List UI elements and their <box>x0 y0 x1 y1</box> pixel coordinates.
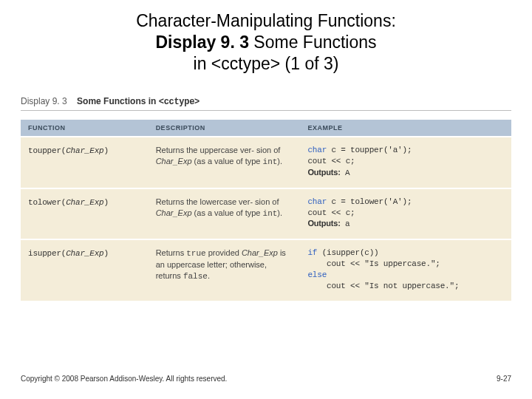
desc-arg: Char_Exp <box>156 157 192 166</box>
functions-table: FUNCTION DESCRIPTION EXAMPLE toupper(Cha… <box>21 120 511 300</box>
cell-example: if (isupper(c)) cout << "Is uppercase.";… <box>300 239 511 300</box>
title-line-2-rest: Some Functions <box>249 33 377 52</box>
fn-arg: Char_Exp <box>66 249 103 258</box>
page-number: 9-27 <box>497 375 511 383</box>
desc-arg: Char_Exp <box>242 248 278 257</box>
output-label: Outputs: <box>307 219 340 228</box>
table-row: isupper(Char_Exp) Returns true provided … <box>21 239 511 300</box>
caption-prefix: Display 9. 3 <box>21 96 67 106</box>
cell-function: tolower(Char_Exp) <box>21 188 149 240</box>
code-text: cout << c; <box>307 157 355 166</box>
fn-arg: Char_Exp <box>66 198 103 207</box>
cell-example: char c = tolower('A'); cout << c; Output… <box>300 188 511 240</box>
desc-text: provided <box>206 248 242 257</box>
cell-description: Returns true provided Char_Exp is an upp… <box>149 239 301 300</box>
output-value: A <box>341 168 350 177</box>
desc-text: Returns the uppercase ver- sion of <box>156 146 281 154</box>
desc-text: (as a value of type <box>192 157 263 166</box>
kw-else: else <box>307 270 327 279</box>
caption-rule <box>21 110 511 111</box>
caption-mid: Some Functions in <box>77 96 156 106</box>
desc-kw: int <box>263 209 278 218</box>
slide: Character-Manipulating Functions: Displa… <box>0 0 532 399</box>
kw-char: char <box>307 197 327 206</box>
footer: Copyright © 2008 Pearson Addison-Wesley.… <box>21 375 511 383</box>
title-line-2-bold: Display 9. 3 <box>155 33 249 52</box>
output-value: a <box>341 219 350 228</box>
fn-name: isupper <box>28 249 61 258</box>
code-text: c = tolower('A'); <box>327 197 412 206</box>
kw-if: if <box>307 248 317 257</box>
copyright-text: Copyright © 2008 Pearson Addison-Wesley.… <box>21 375 227 383</box>
title-line-2: Display 9. 3 Some Functions <box>21 32 511 53</box>
table-header-row: FUNCTION DESCRIPTION EXAMPLE <box>21 120 511 137</box>
kw-char: char <box>307 146 327 154</box>
cell-description: Returns the lowercase ver- sion of Char_… <box>149 188 301 240</box>
table-row: toupper(Char_Exp) Returns the uppercase … <box>21 137 511 188</box>
desc-text: Returns <box>156 248 187 257</box>
fn-name: tolower <box>28 198 61 207</box>
fn-arg: Char_Exp <box>66 146 103 155</box>
cell-function: isupper(Char_Exp) <box>21 239 149 300</box>
table-row: tolower(Char_Exp) Returns the lowercase … <box>21 188 511 240</box>
desc-kw: int <box>263 157 278 166</box>
desc-arg: Char_Exp <box>156 208 192 217</box>
display-caption: Display 9. 3 Some Functions in <cctype> <box>21 96 511 107</box>
code-text: cout << c; <box>307 208 355 217</box>
cell-description: Returns the uppercase ver- sion of Char_… <box>149 137 301 188</box>
cell-example: char c = toupper('a'); cout << c; Output… <box>300 137 511 188</box>
desc-kw: true <box>186 249 205 258</box>
desc-kw: false <box>183 272 208 281</box>
desc-text: ). <box>277 157 282 166</box>
title-line-1: Character-Manipulating Functions: <box>21 10 511 32</box>
caption-code: <cctype> <box>159 97 200 107</box>
th-description: DESCRIPTION <box>149 120 301 137</box>
slide-title: Character-Manipulating Functions: Displa… <box>21 10 511 74</box>
output-label: Outputs: <box>307 168 340 177</box>
code-text: c = toupper('a'); <box>327 146 412 154</box>
desc-text: ). <box>277 208 282 217</box>
desc-text: Returns the lowercase ver- sion of <box>156 197 279 206</box>
th-function: FUNCTION <box>21 120 149 137</box>
cell-function: toupper(Char_Exp) <box>21 137 149 188</box>
desc-text: . <box>208 271 210 280</box>
code-text: (isupper(c)) <box>317 248 378 257</box>
desc-text: (as a value of type <box>192 208 263 217</box>
th-example: EXAMPLE <box>300 120 511 137</box>
title-line-3: in <cctype> (1 of 3) <box>21 53 511 75</box>
fn-name: toupper <box>28 146 61 155</box>
code-text: cout << "Is not uppercase."; <box>307 282 459 290</box>
code-text: cout << "Is uppercase."; <box>307 259 440 268</box>
